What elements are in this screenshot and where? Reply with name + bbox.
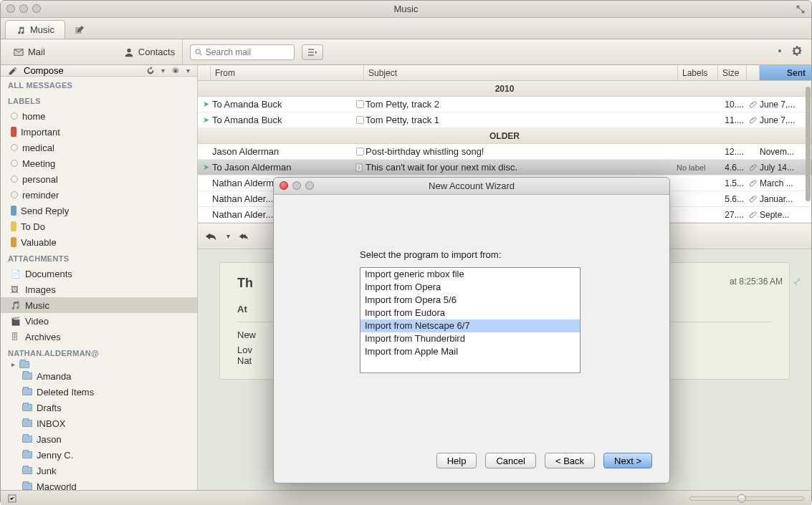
color-chip-icon — [11, 127, 16, 137]
window-zoom-icon[interactable] — [32, 4, 41, 13]
col-labels[interactable]: Labels — [678, 65, 718, 80]
folder-root[interactable]: ▸ — [1, 360, 197, 368]
dialog-close-icon[interactable] — [280, 181, 288, 190]
mail-row[interactable]: Jason AldermanPost-birthday whistling so… — [198, 144, 811, 160]
tab-music[interactable]: Music — [5, 20, 65, 39]
checkbox[interactable] — [354, 116, 366, 124]
checkbox[interactable] — [354, 148, 366, 155]
label-item[interactable]: Send Reply — [1, 203, 197, 218]
help-button[interactable]: Help — [436, 453, 477, 468]
refresh-icon[interactable] — [145, 66, 156, 76]
folder-item[interactable]: Deleted Items — [1, 384, 197, 400]
folder-item[interactable]: Junk — [1, 463, 197, 478]
checkbox[interactable] — [354, 163, 366, 172]
col-size[interactable]: Size — [718, 65, 747, 80]
label-item[interactable]: Valuable — [1, 234, 197, 250]
gear-icon[interactable] — [791, 45, 803, 59]
import-source-listbox[interactable]: Import generic mbox fileImport from Oper… — [360, 267, 581, 373]
label-item[interactable]: home — [1, 108, 197, 124]
cancel-button[interactable]: Cancel — [485, 453, 535, 468]
svg-point-1 — [196, 49, 200, 53]
settings-toggle-icon[interactable] — [771, 45, 783, 59]
window-minimize-icon[interactable] — [19, 4, 28, 13]
import-option[interactable]: Import from Netscape 6/7 — [360, 319, 580, 332]
attachment-item[interactable]: 🎵Music — [1, 297, 197, 313]
main-window: Music Music Mail Contacts — [0, 0, 812, 505]
reply-icon[interactable] — [205, 230, 218, 243]
import-option[interactable]: Import from Thunderbird — [360, 332, 580, 345]
attachment-label: Music — [25, 300, 49, 311]
folder-icon — [22, 388, 32, 395]
label-item[interactable]: personal — [1, 171, 197, 187]
dialog-titlebar: New Account Wizard — [274, 178, 669, 195]
attachment-item[interactable]: 📄Documents — [1, 266, 197, 282]
view-dropdown[interactable] — [302, 44, 323, 60]
import-option[interactable]: Import from Opera 5/6 — [360, 294, 580, 307]
label-text: Important — [21, 127, 60, 138]
label-item[interactable]: reminder — [1, 187, 197, 203]
divider — [182, 39, 183, 65]
attachment-item[interactable]: 🖼Images — [1, 282, 197, 297]
folder-item[interactable]: INBOX — [1, 415, 197, 431]
attachment-item[interactable]: 🗄Archives — [1, 329, 197, 345]
folder-item[interactable]: Jason — [1, 431, 197, 447]
attachment-item[interactable]: 🎬Video — [1, 313, 197, 329]
window-close-icon[interactable] — [6, 4, 15, 13]
group-header: 2010 — [198, 81, 811, 97]
back-button[interactable]: < Back — [545, 453, 595, 468]
reply-all-icon[interactable] — [239, 230, 252, 243]
import-option[interactable]: Import from Eudora — [360, 307, 580, 319]
col-from[interactable]: From — [211, 65, 364, 80]
label-item[interactable]: Meeting — [1, 155, 197, 171]
zoom-slider[interactable] — [689, 496, 804, 501]
col-sent[interactable]: Sent — [760, 65, 811, 80]
label-text: home — [22, 111, 46, 122]
fullscreen-icon[interactable] — [796, 4, 806, 14]
compose-button[interactable]: Compose — [24, 65, 64, 76]
mail-row[interactable]: ➤To Amanda BuckTom Petty, track 111....J… — [198, 112, 811, 128]
attachment-icon — [749, 116, 758, 125]
next-button[interactable]: Next > — [603, 453, 652, 468]
from-cell: To Amanda Buck — [211, 99, 354, 110]
empty-chip-icon — [11, 160, 18, 167]
window-title: Music — [394, 4, 419, 14]
attachment-icon — [749, 179, 758, 188]
label-item[interactable]: medical — [1, 140, 197, 155]
size-cell: 5.6... — [718, 194, 747, 204]
music-note-icon — [16, 25, 26, 35]
date-cell: Septe... — [760, 210, 811, 220]
scrollbar[interactable] — [804, 81, 811, 210]
new-tab-button[interactable] — [71, 21, 88, 39]
images-icon: 🖼 — [11, 285, 21, 294]
label-item[interactable]: Important — [1, 124, 197, 140]
mail-row[interactable]: ➤To Jason AldermanThis can't wait for yo… — [198, 160, 811, 175]
folder-label: Junk — [37, 466, 56, 476]
label-text: medical — [22, 143, 54, 153]
import-option[interactable]: Import from Opera — [360, 281, 580, 294]
search-input[interactable] — [190, 44, 295, 60]
section-all-messages[interactable]: ALL MESSAGES — [1, 77, 197, 92]
attachment-icon — [749, 211, 758, 219]
label-text: personal — [22, 174, 58, 185]
checkbox[interactable] — [354, 100, 366, 108]
sidebar-gear-icon[interactable] — [171, 66, 181, 76]
mail-button[interactable]: Mail — [6, 44, 52, 61]
pin-icon[interactable] — [790, 275, 801, 287]
size-cell: 1.5... — [718, 178, 747, 188]
import-option[interactable]: Import generic mbox file — [360, 268, 580, 281]
contacts-button[interactable]: Contacts — [117, 44, 182, 61]
search-field[interactable] — [206, 47, 290, 57]
group-header: OLDER — [198, 128, 811, 144]
attachment-icon — [749, 163, 758, 172]
label-item[interactable]: To Do — [1, 218, 197, 234]
status-icon[interactable] — [8, 494, 16, 503]
folder-item[interactable]: Macworld — [1, 478, 197, 490]
mail-row[interactable]: ➤To Amanda BuckTom Petty, track 210....J… — [198, 97, 811, 112]
col-subject[interactable]: Subject — [364, 65, 678, 80]
folder-label: Amanda — [37, 371, 71, 382]
folder-item[interactable]: Jenny C. — [1, 447, 197, 463]
person-icon — [124, 47, 134, 57]
folder-item[interactable]: Amanda — [1, 368, 197, 384]
folder-item[interactable]: Drafts — [1, 400, 197, 415]
import-option[interactable]: Import from Apple Mail — [360, 345, 580, 358]
